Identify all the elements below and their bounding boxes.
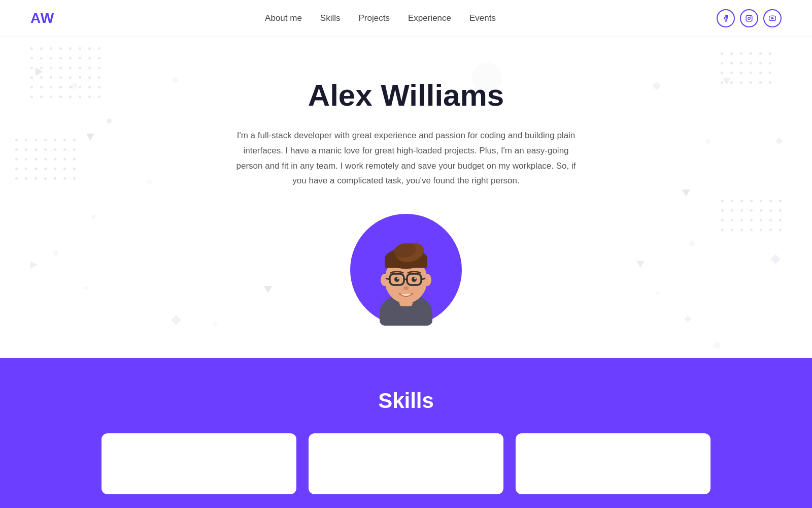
svg-marker-2 bbox=[772, 17, 773, 19]
svg-point-12 bbox=[381, 274, 389, 286]
svg-point-22 bbox=[414, 277, 416, 279]
nav-about[interactable]: About me bbox=[265, 13, 302, 23]
youtube-icon[interactable] bbox=[763, 9, 782, 27]
nav-skills[interactable]: Skills bbox=[320, 13, 341, 23]
skills-section: Skills bbox=[0, 358, 812, 508]
hero-bio: I'm a full-stack developer with great ex… bbox=[233, 128, 579, 188]
navbar: AW About me Skills Projects Experience E… bbox=[0, 0, 812, 37]
svg-point-23 bbox=[403, 286, 409, 290]
skill-card-1 bbox=[101, 433, 296, 494]
svg-point-20 bbox=[412, 277, 417, 282]
skill-card-2 bbox=[309, 433, 503, 494]
hero-section: Alex Williams I'm a full-stack developer… bbox=[0, 37, 812, 358]
skills-cards bbox=[101, 433, 710, 494]
facebook-icon[interactable] bbox=[717, 9, 735, 27]
svg-rect-5 bbox=[380, 305, 432, 326]
nav-links: About me Skills Projects Experience Even… bbox=[265, 13, 496, 23]
site-logo[interactable]: AW bbox=[30, 10, 54, 26]
skill-card-3 bbox=[516, 433, 710, 494]
svg-line-17 bbox=[386, 278, 390, 279]
nav-experience[interactable]: Experience bbox=[408, 13, 451, 23]
svg-point-21 bbox=[397, 277, 399, 279]
nav-events[interactable]: Events bbox=[469, 13, 496, 23]
social-icons bbox=[717, 9, 782, 27]
skills-title: Skills bbox=[41, 389, 771, 413]
svg-line-18 bbox=[421, 278, 425, 279]
svg-rect-0 bbox=[746, 15, 752, 21]
nav-projects[interactable]: Projects bbox=[359, 13, 390, 23]
instagram-icon[interactable] bbox=[740, 9, 758, 27]
avatar bbox=[350, 214, 462, 328]
hero-name: Alex Williams bbox=[10, 78, 802, 113]
svg-point-13 bbox=[423, 274, 431, 286]
svg-point-19 bbox=[394, 277, 399, 282]
